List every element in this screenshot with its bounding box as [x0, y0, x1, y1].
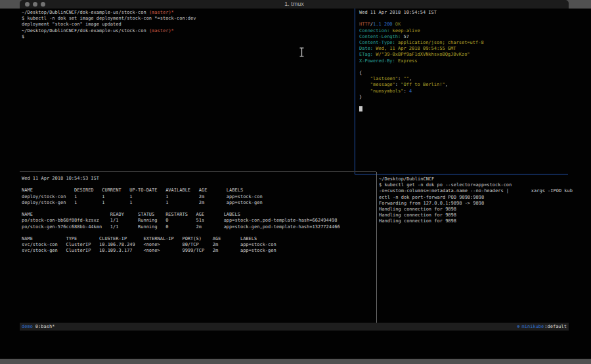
window-titlebar: 1. tmux — [20, 0, 569, 9]
status-bar-right: ⊛ minikube :default — [517, 323, 567, 331]
minimize-button[interactable] — [33, 2, 37, 7]
pane-bottom-right-port-forward[interactable]: ~/Desktop/DublinCNCF$ kubectl get -n dok… — [379, 176, 568, 225]
mouse-ibeam-cursor — [299, 47, 305, 57]
kubernetes-helm-icon: ⊛ — [517, 323, 519, 331]
tmux-window-tab[interactable]: 0:bash* — [35, 323, 55, 331]
pane-divider-top-vertical[interactable] — [355, 9, 355, 174]
pane-top-left-shell[interactable]: ~/Desktop/DublinCNCF/dok-example-us/stoc… — [22, 10, 353, 40]
pane-divider-left-horizontal[interactable] — [20, 171, 376, 172]
pane-bottom-left-kubectl-watch[interactable]: Wed 11 Apr 2018 10:54:53 IST NAME DESIRE… — [22, 176, 375, 254]
traffic-lights — [25, 2, 45, 7]
desktop-background: 1. tmux ~/Desktop/DublinCNCF/dok-example… — [0, 0, 591, 364]
tmux-terminal: ~/Desktop/DublinCNCF/dok-example-us/stoc… — [20, 9, 569, 323]
kube-context-label: minikube — [522, 323, 544, 331]
tmux-status-bar: demo 0:bash* ⊛ minikube :default — [20, 323, 569, 331]
pane-divider-bottom-vertical[interactable] — [376, 172, 377, 323]
zoom-button[interactable] — [41, 2, 45, 7]
window-title: 1. tmux — [20, 0, 569, 9]
close-button[interactable] — [25, 2, 30, 7]
tmux-session-name: demo — [22, 323, 33, 331]
kube-namespace-label: :default — [544, 323, 567, 331]
pane-top-right-http-response[interactable]: Wed 11 Apr 2018 10:54:54 IST HTTP/1.1 20… — [359, 10, 568, 112]
pane-divider-right-horizontal[interactable] — [355, 174, 568, 174]
